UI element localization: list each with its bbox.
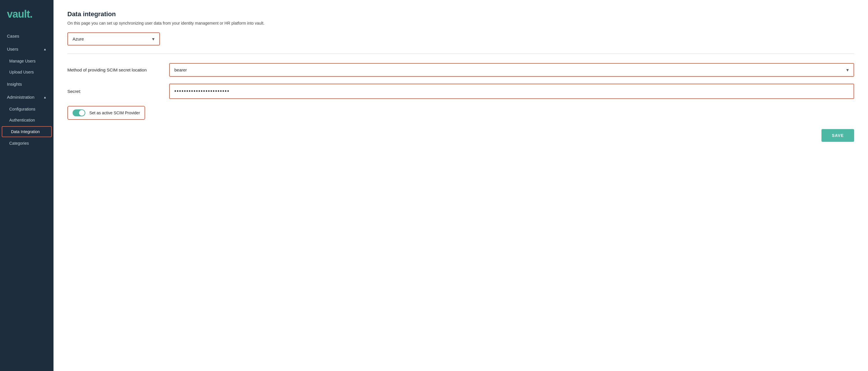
- sidebar-item-upload-users[interactable]: Upload Users: [0, 66, 54, 78]
- scim-toggle-label: Set as active SCIM Provider: [89, 111, 140, 115]
- sidebar-item-administration-label: Administration: [7, 95, 34, 99]
- sidebar-item-cases-label: Cases: [7, 34, 19, 38]
- form-section: Method of providing SCIM secret location…: [67, 63, 854, 120]
- scim-provider-toggle-row: Set as active SCIM Provider: [67, 106, 145, 120]
- main-content: Data integration On this page you can se…: [54, 0, 868, 371]
- sidebar-item-users-label: Users: [7, 47, 18, 52]
- sidebar-item-categories[interactable]: Categories: [0, 138, 54, 149]
- sidebar-item-manage-users[interactable]: Manage Users: [0, 56, 54, 66]
- save-button[interactable]: SAVE: [822, 129, 854, 142]
- sidebar-item-configurations[interactable]: Configurations: [0, 104, 54, 115]
- divider: [67, 54, 854, 54]
- page-title: Data integration: [67, 10, 854, 18]
- sidebar-item-administration[interactable]: Administration ▲: [0, 91, 54, 104]
- toggle-thumb: [79, 110, 85, 116]
- secret-input[interactable]: [170, 84, 854, 98]
- secret-input-wrapper: [169, 84, 854, 99]
- sidebar-item-data-integration[interactable]: Data Integration: [2, 126, 52, 137]
- scim-provider-toggle[interactable]: [72, 109, 85, 116]
- provider-select-wrapper: Azure Okta Google LDAP ▼: [67, 32, 160, 46]
- scim-method-row: Method of providing SCIM secret location…: [67, 63, 854, 77]
- sidebar-item-insights-label: Insights: [7, 82, 22, 87]
- sidebar: vault. Cases Users ▲ Manage Users Upload…: [0, 0, 54, 371]
- sidebar-item-cases[interactable]: Cases: [0, 30, 54, 42]
- chevron-up-icon-admin: ▲: [43, 95, 46, 99]
- app-logo: vault.: [0, 0, 54, 30]
- save-button-wrapper: SAVE: [67, 129, 854, 142]
- provider-select[interactable]: Azure Okta Google LDAP: [68, 33, 159, 45]
- secret-row: Secret:: [67, 84, 854, 99]
- page-description: On this page you can set up synchronizin…: [67, 21, 854, 26]
- chevron-up-icon: ▲: [43, 48, 46, 51]
- scim-method-select-wrapper: bearer header query ▼: [169, 63, 854, 77]
- scim-method-label: Method of providing SCIM secret location: [67, 67, 160, 73]
- sidebar-item-authentication[interactable]: Authentication: [0, 115, 54, 125]
- scim-method-select[interactable]: bearer header query: [170, 64, 854, 76]
- toggle-track: [72, 109, 85, 116]
- sidebar-item-users[interactable]: Users ▲: [0, 42, 54, 56]
- sidebar-item-insights[interactable]: Insights: [0, 78, 54, 91]
- secret-label: Secret:: [67, 89, 160, 94]
